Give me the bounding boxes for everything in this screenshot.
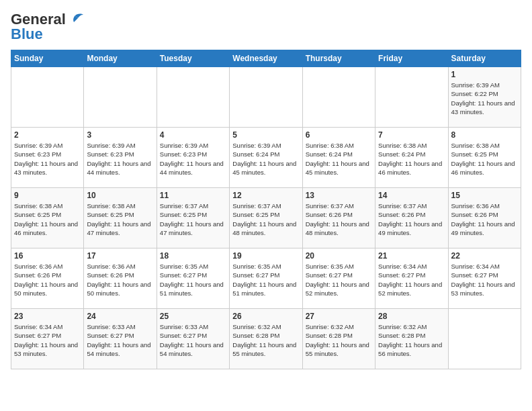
day-info: Sunrise: 6:36 AMSunset: 6:26 PMDaylight:… <box>14 262 81 298</box>
day-info: Sunrise: 6:37 AMSunset: 6:25 PMDaylight:… <box>232 201 299 237</box>
day-cell <box>157 67 229 128</box>
day-cell <box>302 67 375 128</box>
day-number: 18 <box>160 251 226 261</box>
week-row-5: 23Sunrise: 6:34 AMSunset: 6:27 PMDayligh… <box>11 309 521 369</box>
day-cell: 22Sunrise: 6:34 AMSunset: 6:27 PMDayligh… <box>448 248 521 309</box>
weekday-header-friday: Friday <box>375 50 448 67</box>
day-cell: 28Sunrise: 6:32 AMSunset: 6:28 PMDayligh… <box>375 309 448 369</box>
day-cell: 21Sunrise: 6:34 AMSunset: 6:27 PMDayligh… <box>375 248 448 309</box>
day-info: Sunrise: 6:39 AMSunset: 6:23 PMDaylight:… <box>87 141 153 177</box>
day-cell: 8Sunrise: 6:38 AMSunset: 6:25 PMDaylight… <box>448 128 521 188</box>
day-number: 4 <box>160 130 226 140</box>
logo: General Blue <box>11 11 83 43</box>
day-number: 20 <box>306 251 372 261</box>
day-number: 21 <box>378 251 445 261</box>
day-cell: 9Sunrise: 6:38 AMSunset: 6:25 PMDaylight… <box>11 188 84 248</box>
day-info: Sunrise: 6:39 AMSunset: 6:22 PMDaylight:… <box>451 81 518 116</box>
day-cell: 14Sunrise: 6:37 AMSunset: 6:26 PMDayligh… <box>375 188 448 248</box>
week-row-3: 9Sunrise: 6:38 AMSunset: 6:25 PMDaylight… <box>11 188 521 248</box>
day-number: 23 <box>14 312 81 321</box>
weekday-header-monday: Monday <box>84 50 157 67</box>
day-number: 12 <box>232 191 299 200</box>
day-info: Sunrise: 6:37 AMSunset: 6:26 PMDaylight:… <box>306 201 372 237</box>
day-number: 1 <box>451 70 518 79</box>
day-info: Sunrise: 6:38 AMSunset: 6:25 PMDaylight:… <box>451 141 518 177</box>
day-cell: 7Sunrise: 6:38 AMSunset: 6:24 PMDaylight… <box>375 128 448 188</box>
day-number: 13 <box>306 191 372 200</box>
day-info: Sunrise: 6:38 AMSunset: 6:25 PMDaylight:… <box>14 201 81 237</box>
day-number: 22 <box>451 251 518 261</box>
day-cell <box>448 309 521 369</box>
day-number: 5 <box>232 130 299 140</box>
weekday-header-sunday: Sunday <box>11 50 84 67</box>
day-cell: 11Sunrise: 6:37 AMSunset: 6:25 PMDayligh… <box>157 188 229 248</box>
day-cell <box>230 67 302 128</box>
day-cell: 18Sunrise: 6:35 AMSunset: 6:27 PMDayligh… <box>157 248 229 309</box>
day-cell <box>11 67 84 128</box>
weekday-header-saturday: Saturday <box>448 50 521 67</box>
day-cell: 2Sunrise: 6:39 AMSunset: 6:23 PMDaylight… <box>11 128 84 188</box>
day-number: 14 <box>378 191 445 200</box>
day-info: Sunrise: 6:34 AMSunset: 6:27 PMDaylight:… <box>14 322 81 358</box>
day-number: 17 <box>87 251 153 261</box>
week-row-2: 2Sunrise: 6:39 AMSunset: 6:23 PMDaylight… <box>11 128 521 188</box>
day-cell: 19Sunrise: 6:35 AMSunset: 6:27 PMDayligh… <box>230 248 302 309</box>
day-cell: 4Sunrise: 6:39 AMSunset: 6:23 PMDaylight… <box>157 128 229 188</box>
day-cell: 1Sunrise: 6:39 AMSunset: 6:22 PMDaylight… <box>448 67 521 128</box>
weekday-header-wednesday: Wednesday <box>230 50 302 67</box>
day-number: 27 <box>306 312 372 321</box>
page-header: General Blue <box>11 11 521 43</box>
weekday-header-thursday: Thursday <box>302 50 375 67</box>
day-number: 9 <box>14 191 81 200</box>
day-info: Sunrise: 6:39 AMSunset: 6:23 PMDaylight:… <box>14 141 81 177</box>
day-info: Sunrise: 6:34 AMSunset: 6:27 PMDaylight:… <box>378 262 445 298</box>
logo-blue-text: Blue <box>11 26 43 43</box>
day-cell: 17Sunrise: 6:36 AMSunset: 6:26 PMDayligh… <box>84 248 157 309</box>
day-info: Sunrise: 6:32 AMSunset: 6:28 PMDaylight:… <box>306 322 372 358</box>
day-number: 24 <box>87 312 153 321</box>
day-cell: 10Sunrise: 6:38 AMSunset: 6:25 PMDayligh… <box>84 188 157 248</box>
day-number: 28 <box>378 312 445 321</box>
day-info: Sunrise: 6:35 AMSunset: 6:27 PMDaylight:… <box>160 262 226 298</box>
day-number: 7 <box>378 130 445 140</box>
day-number: 10 <box>87 191 153 200</box>
day-cell: 15Sunrise: 6:36 AMSunset: 6:26 PMDayligh… <box>448 188 521 248</box>
day-number: 19 <box>232 251 299 261</box>
day-number: 8 <box>451 130 518 140</box>
day-cell: 20Sunrise: 6:35 AMSunset: 6:27 PMDayligh… <box>302 248 375 309</box>
weekday-header-tuesday: Tuesday <box>157 50 229 67</box>
day-cell: 13Sunrise: 6:37 AMSunset: 6:26 PMDayligh… <box>302 188 375 248</box>
day-number: 11 <box>160 191 226 200</box>
weekday-header-row: SundayMondayTuesdayWednesdayThursdayFrid… <box>11 50 521 67</box>
logo-bird-icon <box>69 13 83 26</box>
day-number: 26 <box>232 312 299 321</box>
day-number: 2 <box>14 130 81 140</box>
day-info: Sunrise: 6:39 AMSunset: 6:24 PMDaylight:… <box>232 141 299 177</box>
day-info: Sunrise: 6:37 AMSunset: 6:26 PMDaylight:… <box>378 201 445 237</box>
day-number: 6 <box>306 130 372 140</box>
day-info: Sunrise: 6:38 AMSunset: 6:25 PMDaylight:… <box>87 201 153 237</box>
day-number: 3 <box>87 130 153 140</box>
day-info: Sunrise: 6:34 AMSunset: 6:27 PMDaylight:… <box>451 262 518 298</box>
day-info: Sunrise: 6:33 AMSunset: 6:27 PMDaylight:… <box>160 322 226 358</box>
day-cell: 3Sunrise: 6:39 AMSunset: 6:23 PMDaylight… <box>84 128 157 188</box>
day-cell: 25Sunrise: 6:33 AMSunset: 6:27 PMDayligh… <box>157 309 229 369</box>
day-info: Sunrise: 6:39 AMSunset: 6:23 PMDaylight:… <box>160 141 226 177</box>
day-info: Sunrise: 6:35 AMSunset: 6:27 PMDaylight:… <box>306 262 372 298</box>
day-info: Sunrise: 6:38 AMSunset: 6:24 PMDaylight:… <box>306 141 372 177</box>
day-cell: 27Sunrise: 6:32 AMSunset: 6:28 PMDayligh… <box>302 309 375 369</box>
day-info: Sunrise: 6:33 AMSunset: 6:27 PMDaylight:… <box>87 322 153 358</box>
day-info: Sunrise: 6:32 AMSunset: 6:28 PMDaylight:… <box>378 322 445 358</box>
day-info: Sunrise: 6:32 AMSunset: 6:28 PMDaylight:… <box>232 322 299 358</box>
day-info: Sunrise: 6:35 AMSunset: 6:27 PMDaylight:… <box>232 262 299 298</box>
day-cell: 23Sunrise: 6:34 AMSunset: 6:27 PMDayligh… <box>11 309 84 369</box>
day-number: 25 <box>160 312 226 321</box>
day-info: Sunrise: 6:36 AMSunset: 6:26 PMDaylight:… <box>87 262 153 298</box>
day-cell: 16Sunrise: 6:36 AMSunset: 6:26 PMDayligh… <box>11 248 84 309</box>
day-cell: 26Sunrise: 6:32 AMSunset: 6:28 PMDayligh… <box>230 309 302 369</box>
day-info: Sunrise: 6:38 AMSunset: 6:24 PMDaylight:… <box>378 141 445 177</box>
day-cell: 5Sunrise: 6:39 AMSunset: 6:24 PMDaylight… <box>230 128 302 188</box>
day-cell: 24Sunrise: 6:33 AMSunset: 6:27 PMDayligh… <box>84 309 157 369</box>
day-cell <box>84 67 157 128</box>
day-info: Sunrise: 6:36 AMSunset: 6:26 PMDaylight:… <box>451 201 518 237</box>
